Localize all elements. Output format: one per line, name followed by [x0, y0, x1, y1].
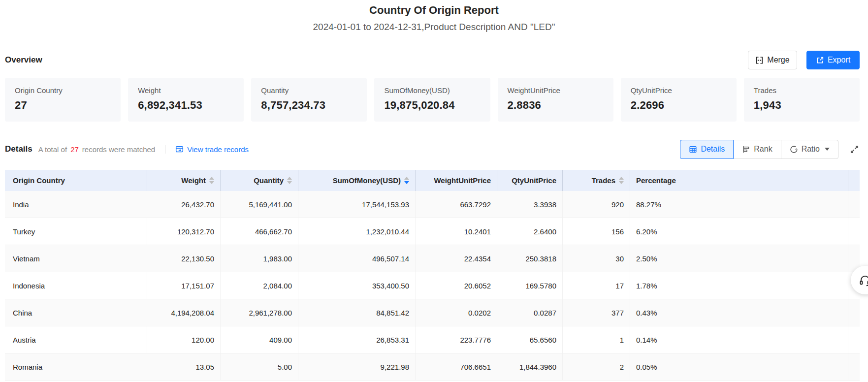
- export-button[interactable]: Export: [806, 51, 860, 69]
- cell-country: Turkey: [5, 218, 147, 245]
- cell-quantity: 1,983.00: [220, 245, 298, 272]
- header-gutter: [848, 170, 860, 191]
- stat-card-qty-unit-price: QtyUnitPrice 2.2696: [621, 78, 737, 122]
- column-label: Weight: [181, 176, 206, 185]
- cell-percentage: 0.43%: [630, 299, 848, 326]
- stat-label: SumOfMoney(USD): [384, 86, 480, 95]
- view-mode-rank-label: Rank: [754, 145, 772, 154]
- view-mode-switcher: Details Rank Ratio: [680, 140, 838, 159]
- stat-card-weight: Weight 6,892,341.53: [128, 78, 244, 122]
- trade-records-icon: [175, 145, 184, 154]
- overview-stat-cards: Origin Country 27 Weight 6,892,341.53 Qu…: [5, 78, 860, 122]
- cell-weight-unit-price: 22.4354: [415, 245, 497, 272]
- sort-icon: [209, 177, 214, 184]
- cell-weight-unit-price: 10.2401: [415, 218, 497, 245]
- column-label: Percentage: [636, 176, 676, 185]
- cell-sum: 9,221.98: [298, 353, 415, 380]
- cell-qty-unit-price: 3.3938: [497, 191, 562, 218]
- cell-sum: 353,400.50: [298, 272, 415, 299]
- cell-percentage: 1.78%: [630, 272, 848, 299]
- column-label: SumOfMoney(USD): [333, 176, 401, 185]
- cell-sum: 1,232,010.44: [298, 218, 415, 245]
- cell-qty-unit-price: 2.6400: [497, 218, 562, 245]
- view-trade-records-label: View trade records: [187, 145, 249, 154]
- stat-value: 19,875,020.84: [384, 99, 480, 112]
- sort-icon: [287, 177, 292, 184]
- page-title: Country Of Origin Report: [0, 4, 868, 17]
- cell-country: China: [5, 299, 147, 326]
- match-count: 27: [70, 145, 79, 154]
- cell-quantity: 2,084.00: [220, 272, 298, 299]
- view-mode-details-label: Details: [701, 145, 725, 154]
- cell-weight-unit-price: 706.6651: [415, 353, 497, 380]
- table-row-china: China 4,194,208.04 2,961,278.00 84,851.4…: [5, 299, 860, 326]
- match-summary-prefix: A total of: [38, 145, 67, 154]
- overview-bar: Overview Merge Export: [5, 49, 860, 71]
- match-summary-suffix: records were matched: [82, 145, 155, 154]
- view-trade-records-link[interactable]: View trade records: [175, 145, 249, 154]
- cell-sum: 496,507.14: [298, 245, 415, 272]
- column-header-quantity[interactable]: Quantity: [220, 170, 298, 191]
- cell-sum: 84,851.42: [298, 299, 415, 326]
- overview-heading: Overview: [5, 55, 42, 65]
- view-mode-rank-button[interactable]: Rank: [733, 140, 781, 159]
- stat-label: Trades: [754, 86, 850, 95]
- stat-value: 2.8836: [508, 99, 604, 112]
- cell-weight: 4,194,208.04: [147, 299, 220, 326]
- export-icon: [816, 56, 824, 64]
- cell-country: Austria: [5, 326, 147, 353]
- cell-quantity: 2,961,278.00: [220, 299, 298, 326]
- column-label: WeightUnitPrice: [434, 176, 491, 185]
- table-row-turkey: Turkey 120,312.70 466,662.70 1,232,010.4…: [5, 218, 860, 245]
- cell-quantity: 466,662.70: [220, 218, 298, 245]
- view-mode-ratio-button[interactable]: Ratio: [781, 140, 838, 159]
- table-row-india: India 26,432.70 5,169,441.00 17,544,153.…: [5, 191, 860, 218]
- cell-sum: 26,853.31: [298, 326, 415, 353]
- cell-weight: 13.05: [147, 353, 220, 380]
- column-header-weight[interactable]: Weight: [147, 170, 220, 191]
- stat-value: 1,943: [754, 99, 850, 112]
- details-heading: Details: [5, 144, 32, 154]
- cell-sum: 17,544,153.93: [298, 191, 415, 218]
- cell-percentage: 0.05%: [630, 353, 848, 380]
- cell-trades: 156: [562, 218, 630, 245]
- merge-icon: [755, 56, 764, 64]
- cell-trades: 377: [562, 299, 630, 326]
- merge-button[interactable]: Merge: [748, 51, 797, 69]
- cell-country: Vietnam: [5, 245, 147, 272]
- cell-country: India: [5, 191, 147, 218]
- cell-gutter: [848, 299, 860, 326]
- column-label: QtyUnitPrice: [512, 176, 556, 185]
- cell-qty-unit-price: 250.3818: [497, 245, 562, 272]
- view-mode-ratio-label: Ratio: [802, 145, 820, 154]
- cell-qty-unit-price: 1,844.3960: [497, 353, 562, 380]
- column-header-origin-country: Origin Country: [5, 170, 147, 191]
- stat-label: QtyUnitPrice: [631, 86, 727, 95]
- details-bar: Details A total of 27 records were match…: [5, 139, 860, 159]
- cell-quantity: 5,169,441.00: [220, 191, 298, 218]
- stat-label: Weight: [138, 86, 234, 95]
- view-mode-details-button[interactable]: Details: [680, 140, 734, 159]
- column-header-qty-unit-price: QtyUnitPrice: [497, 170, 562, 191]
- column-label: Trades: [592, 176, 615, 185]
- table-icon: [689, 145, 697, 154]
- fullscreen-button[interactable]: [849, 144, 860, 155]
- overview-actions: Merge Export: [748, 51, 860, 69]
- stat-value: 6,892,341.53: [138, 99, 234, 112]
- chevron-down-icon: [825, 148, 830, 151]
- stat-label: Origin Country: [15, 86, 111, 95]
- cell-weight-unit-price: 0.0202: [415, 299, 497, 326]
- cell-qty-unit-price: 169.5780: [497, 272, 562, 299]
- fullscreen-icon: [849, 144, 860, 155]
- merge-button-label: Merge: [767, 56, 789, 64]
- stat-value: 8,757,234.73: [261, 99, 357, 112]
- cell-weight: 120,312.70: [147, 218, 220, 245]
- cell-gutter: [848, 218, 860, 245]
- cell-percentage: 6.20%: [630, 218, 848, 245]
- stat-label: WeightUnitPrice: [508, 86, 604, 95]
- stat-value: 27: [15, 99, 111, 112]
- column-header-sum-of-money[interactable]: SumOfMoney(USD): [298, 170, 415, 191]
- cell-gutter: [848, 191, 860, 218]
- column-header-trades[interactable]: Trades: [562, 170, 630, 191]
- table-row-indonesia: Indonesia 17,151.07 2,084.00 353,400.50 …: [5, 272, 860, 299]
